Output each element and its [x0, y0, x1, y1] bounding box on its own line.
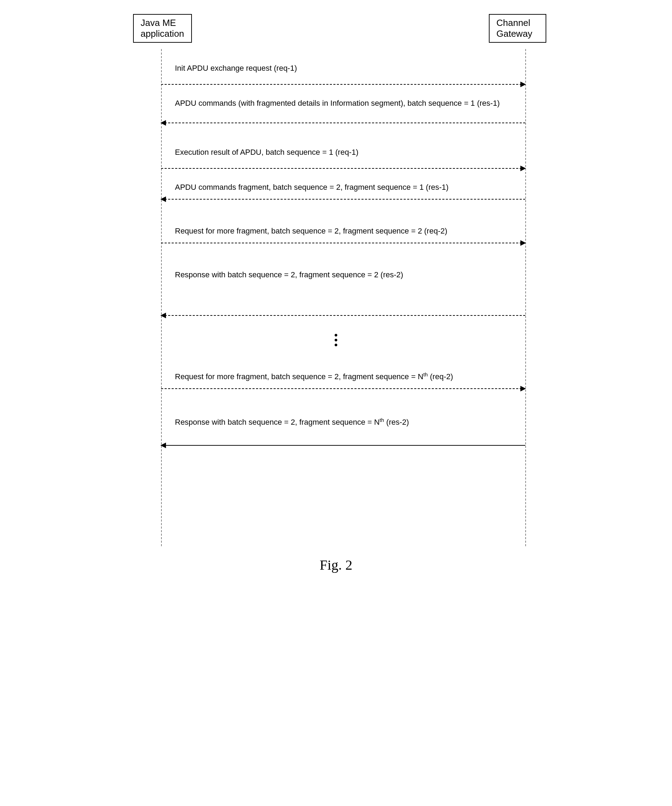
participant-right: Channel Gateway [489, 14, 546, 43]
message-3: Execution result of APDU, batch sequence… [161, 147, 525, 168]
message-5: Request for more fragment, batch sequenc… [161, 226, 525, 243]
message-7-post: (req-2) [428, 372, 453, 381]
lifeline-right [525, 49, 526, 546]
message-5-label: Request for more fragment, batch sequenc… [175, 226, 515, 236]
message-3-label: Execution result of APDU, batch sequence… [175, 147, 515, 158]
message-2-label: APDU commands (with fragmented details i… [175, 98, 515, 109]
message-8-label: Response with batch sequence = 2, fragme… [175, 417, 515, 428]
message-2: APDU commands (with fragmented details i… [161, 98, 525, 122]
vertical-ellipsis-icon: ••• [334, 333, 338, 347]
participant-right-label: Channel Gateway [497, 18, 533, 39]
participant-left: Java ME application [133, 14, 192, 43]
message-6-label: Response with batch sequence = 2, fragme… [175, 269, 515, 280]
message-8-pre: Response with batch sequence = 2, fragme… [175, 418, 380, 426]
figure-label: Fig. 2 [14, 557, 658, 573]
sequence-diagram: Java ME application Channel Gateway Init… [126, 14, 546, 546]
message-4: APDU commands fragment, batch sequence =… [161, 182, 525, 199]
message-8: Response with batch sequence = 2, fragme… [161, 417, 525, 445]
superscript-th: th [380, 417, 384, 423]
message-4-label: APDU commands fragment, batch sequence =… [175, 182, 515, 193]
participant-left-label: Java ME application [141, 18, 184, 39]
message-1-label: Init APDU exchange request (req-1) [175, 63, 515, 74]
message-6: Response with batch sequence = 2, fragme… [161, 269, 525, 315]
message-7: Request for more fragment, batch sequenc… [161, 371, 525, 388]
message-1: Init APDU exchange request (req-1) [161, 63, 525, 84]
message-8-post: (res-2) [384, 418, 409, 426]
superscript-th: th [423, 372, 428, 377]
message-7-label: Request for more fragment, batch sequenc… [175, 371, 515, 382]
message-7-pre: Request for more fragment, batch sequenc… [175, 372, 423, 381]
